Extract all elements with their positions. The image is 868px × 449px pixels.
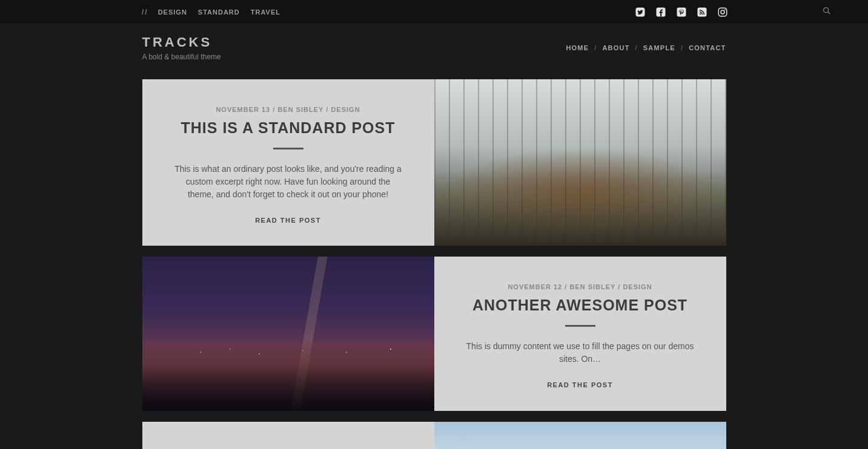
- title-divider: [273, 148, 303, 149]
- read-more-link[interactable]: READ THE POST: [547, 381, 613, 388]
- post-content: NOVEMBER 11 / BEN SIBLEY / DESIGN A TOTA…: [142, 422, 434, 449]
- post-featured-image[interactable]: [434, 422, 726, 449]
- post-meta: NOVEMBER 13 / BEN SIBLEY / DESIGN: [216, 106, 360, 113]
- title-divider: [565, 325, 595, 327]
- post-card: NOVEMBER 12 / BEN SIBLEY / DESIGN ANOTHE…: [142, 257, 726, 411]
- search-icon[interactable]: [822, 6, 832, 18]
- post-category[interactable]: DESIGN: [623, 283, 652, 290]
- site-title[interactable]: TRACKS: [142, 34, 221, 50]
- post-date: NOVEMBER 13: [216, 106, 270, 113]
- instagram-icon[interactable]: [717, 6, 729, 18]
- post-featured-image[interactable]: [434, 79, 726, 246]
- topbar-categories: DESIGN STANDARD TRAVEL: [158, 8, 280, 16]
- svg-point-7: [724, 9, 726, 10]
- site-tagline: A bold & beautiful theme: [142, 53, 221, 61]
- nav-contact[interactable]: CONTACT: [689, 44, 726, 51]
- topbar-slashes-icon: //: [142, 8, 148, 16]
- category-link-travel[interactable]: TRAVEL: [251, 8, 280, 16]
- post-excerpt: This is dummy content we use to fill the…: [465, 340, 695, 365]
- svg-point-8: [824, 7, 829, 12]
- nav-separator: /: [681, 44, 683, 51]
- post-category[interactable]: DESIGN: [331, 106, 360, 113]
- post-featured-image[interactable]: [142, 257, 434, 411]
- top-bar: // DESIGN STANDARD TRAVEL: [0, 0, 868, 24]
- nav-about[interactable]: ABOUT: [602, 44, 629, 51]
- post-meta: NOVEMBER 12 / BEN SIBLEY / DESIGN: [508, 283, 652, 290]
- post-author[interactable]: BEN SIBLEY: [569, 283, 615, 290]
- posts-list: NOVEMBER 13 / BEN SIBLEY / DESIGN THIS I…: [142, 79, 726, 449]
- read-more-link[interactable]: READ THE POST: [255, 217, 321, 224]
- category-link-design[interactable]: DESIGN: [158, 8, 187, 16]
- svg-rect-2: [677, 7, 686, 16]
- post-excerpt: This is what an ordinary post looks like…: [173, 163, 403, 201]
- post-content: NOVEMBER 13 / BEN SIBLEY / DESIGN THIS I…: [142, 79, 434, 246]
- svg-rect-3: [698, 7, 707, 16]
- site-branding: TRACKS A bold & beautiful theme: [142, 34, 221, 61]
- post-title[interactable]: THIS IS A STANDARD POST: [181, 119, 395, 137]
- post-title[interactable]: ANOTHER AWESOME POST: [472, 297, 687, 314]
- category-link-standard[interactable]: STANDARD: [198, 8, 240, 16]
- nav-sample[interactable]: SAMPLE: [643, 44, 675, 51]
- rss-icon[interactable]: [696, 6, 708, 18]
- site-header: TRACKS A bold & beautiful theme HOME / A…: [142, 24, 726, 79]
- post-card: NOVEMBER 13 / BEN SIBLEY / DESIGN THIS I…: [142, 79, 726, 246]
- post-card: NOVEMBER 11 / BEN SIBLEY / DESIGN A TOTA…: [142, 422, 726, 449]
- topbar-right: [634, 6, 832, 18]
- svg-point-6: [721, 10, 724, 14]
- facebook-icon[interactable]: [655, 6, 667, 18]
- nav-separator: /: [594, 44, 597, 51]
- twitter-icon[interactable]: [634, 6, 646, 18]
- nav-separator: /: [635, 44, 638, 51]
- nav-home[interactable]: HOME: [566, 44, 589, 51]
- primary-nav: HOME / ABOUT / SAMPLE / CONTACT: [566, 44, 726, 51]
- post-content: NOVEMBER 12 / BEN SIBLEY / DESIGN ANOTHE…: [434, 257, 726, 411]
- post-author[interactable]: BEN SIBLEY: [277, 106, 323, 113]
- post-date: NOVEMBER 12: [508, 283, 562, 290]
- svg-line-9: [828, 12, 830, 14]
- svg-rect-5: [718, 8, 727, 16]
- pinterest-icon[interactable]: [675, 6, 687, 18]
- svg-point-4: [700, 13, 701, 14]
